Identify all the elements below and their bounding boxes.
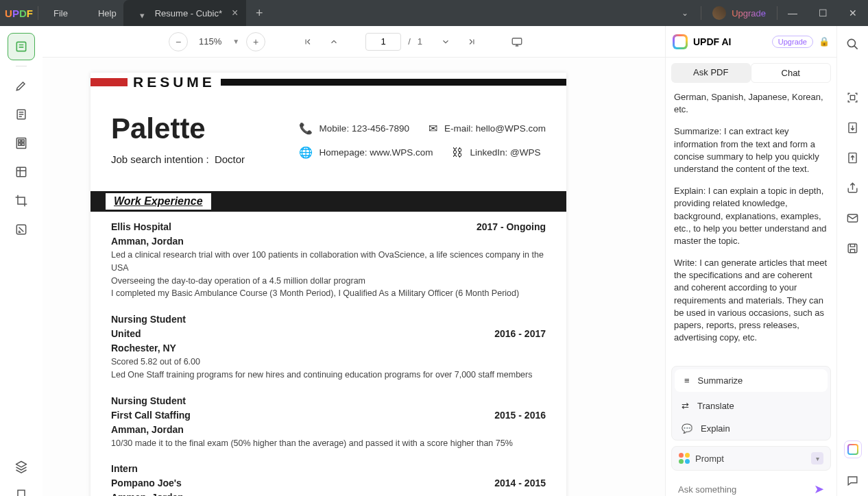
avatar-icon [712, 6, 726, 20]
section-work-experience: Work Experience [91, 191, 566, 212]
experience-entry: Nursing Student United2016 - 2017 Roches… [91, 304, 566, 386]
app-logo: UPDF [0, 8, 38, 19]
save-icon[interactable] [845, 240, 861, 256]
svg-rect-9 [512, 38, 522, 44]
svg-point-10 [847, 39, 855, 47]
search-icon[interactable] [845, 36, 861, 52]
send-button[interactable]: ➤ [814, 482, 824, 496]
tab-title: Resume - Cubic* [155, 8, 222, 18]
ai-chat-content: German, Spanish, Japanese, Korean, etc. … [666, 88, 836, 366]
phone-icon: 📞 [299, 122, 313, 135]
experience-entry: Nursing Student First Call Staffing2015 … [91, 386, 566, 454]
left-sidebar [0, 26, 43, 496]
page-total: 1 [418, 36, 429, 47]
contact-mobile: 📞Mobile: 123-456-7890 [299, 122, 409, 135]
close-window-button[interactable]: ✕ [838, 0, 868, 26]
comment-icon[interactable] [845, 472, 861, 488]
tab-ask-pdf[interactable]: Ask PDF [671, 63, 751, 83]
ask-input-bar: ➤ [671, 476, 831, 496]
next-page-button[interactable] [436, 32, 455, 51]
chevron-down-icon: ▾ [811, 452, 823, 464]
pdf-page: RESUME Palette Job search intention : Do… [91, 73, 566, 496]
experience-entry: Ellis Hospital2017 - Ongoing Amman, Jord… [91, 212, 566, 304]
linkedin-icon: ⛓ [452, 147, 463, 159]
svg-rect-15 [848, 244, 857, 253]
ai-toggle-button[interactable] [844, 441, 862, 458]
action-translate[interactable]: ⇄Translate [672, 395, 830, 417]
resume-heading: RESUME [128, 74, 221, 90]
upgrade-button[interactable]: Upgrade [701, 6, 777, 20]
tab-chevron-icon: ▾ [140, 10, 145, 16]
right-sidebar [836, 26, 868, 496]
page-tool-icon[interactable] [8, 129, 35, 157]
share-icon[interactable] [845, 179, 861, 196]
new-tab-button[interactable]: + [246, 6, 272, 21]
zoom-value: 115% [195, 36, 226, 47]
prompt-icon [679, 453, 690, 464]
svg-rect-6 [22, 143, 24, 145]
contact-email: ✉E-mail: hello@WPS.com [429, 122, 546, 135]
ai-quick-actions: ≡Summarize ⇄Translate 💬Explain [671, 366, 831, 441]
zoom-out-button[interactable]: − [169, 32, 188, 51]
lock-icon: 🔒 [819, 36, 830, 47]
globe-icon: 🌐 [299, 146, 313, 159]
updf-ai-logo-icon [673, 34, 688, 49]
zoom-in-button[interactable]: + [246, 32, 265, 51]
ai-panel: UPDF AI Upgrade 🔒 Ask PDF Chat German, S… [665, 26, 836, 496]
page-number-input[interactable] [365, 33, 401, 51]
header-red-bar [91, 78, 128, 86]
edit-tool-icon[interactable] [8, 101, 35, 128]
zoom-dropdown-icon[interactable]: ▼ [232, 38, 239, 45]
view-toolbar: − 115% ▼ + / 1 [43, 26, 665, 58]
svg-rect-7 [16, 167, 25, 176]
header-black-bar [221, 79, 566, 86]
experience-entry: Intern Pompano Joe's2014 - 2015 Amman, J… [91, 454, 566, 496]
resume-intent: Job search intention : Doctor [111, 153, 299, 165]
form-tool-icon[interactable] [8, 158, 35, 186]
tab-chat[interactable]: Chat [751, 63, 832, 83]
action-explain[interactable]: 💬Explain [672, 417, 830, 440]
prev-page-button[interactable] [324, 32, 343, 51]
page-separator: / [408, 36, 411, 47]
tab-overflow-button[interactable]: ⌄ [669, 8, 701, 18]
contact-linkedin: ⛓LinkedIn: @WPS [452, 146, 540, 159]
convert-icon[interactable] [845, 119, 861, 136]
svg-rect-5 [19, 143, 21, 145]
ai-panel-title: UPDF AI [693, 36, 767, 47]
export-icon[interactable] [845, 149, 861, 166]
crop-tool-icon[interactable] [8, 187, 35, 214]
chat-icon: 💬 [682, 423, 692, 434]
email-icon[interactable] [845, 210, 861, 226]
svg-rect-11 [850, 95, 854, 99]
resume-name: Palette [111, 112, 299, 145]
title-bar: UPDF File Help ▾ Resume - Cubic* × + ⌄ U… [0, 0, 868, 26]
presentation-icon[interactable] [507, 32, 527, 51]
prompt-selector[interactable]: Prompt ▾ [671, 446, 831, 471]
action-summarize[interactable]: ≡Summarize [675, 369, 828, 392]
tab-close-button[interactable]: × [232, 7, 238, 19]
menu-file[interactable]: File [38, 8, 83, 18]
ocr-icon[interactable] [845, 89, 861, 106]
translate-icon: ⇄ [682, 401, 689, 411]
reader-tool-icon[interactable] [8, 33, 35, 60]
last-page-button[interactable] [462, 32, 481, 51]
ask-input[interactable] [678, 484, 808, 495]
document-viewport[interactable]: RESUME Palette Job search intention : Do… [43, 58, 665, 496]
highlight-tool-icon[interactable] [8, 72, 35, 99]
svg-rect-3 [19, 140, 21, 142]
bookmark-icon[interactable] [8, 482, 35, 496]
minimize-button[interactable]: — [777, 0, 808, 26]
document-tab[interactable]: ▾ Resume - Cubic* × [132, 0, 247, 26]
mail-icon: ✉ [429, 122, 437, 135]
contact-homepage: 🌐Homepage: www.WPS.com [299, 146, 433, 159]
svg-rect-4 [22, 140, 24, 142]
redact-tool-icon[interactable] [8, 216, 35, 243]
upgrade-label: Upgrade [732, 8, 766, 18]
first-page-button[interactable] [298, 32, 317, 51]
layers-icon[interactable] [8, 453, 35, 480]
ai-upgrade-button[interactable]: Upgrade [772, 36, 813, 48]
list-icon: ≡ [684, 375, 690, 386]
maximize-button[interactable]: ☐ [808, 0, 838, 26]
